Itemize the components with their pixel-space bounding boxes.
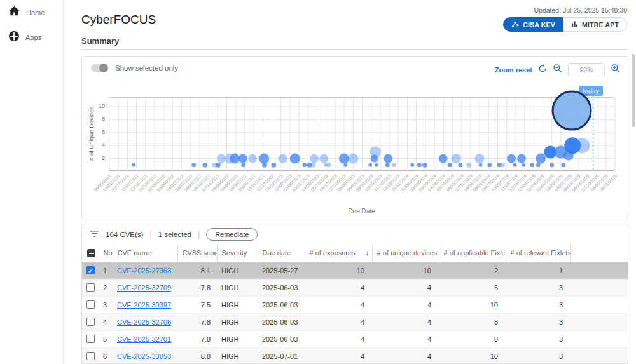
bubble[interactable]: [238, 154, 247, 163]
cve-link[interactable]: CVE-2025-32706: [117, 318, 171, 326]
bubble[interactable]: [458, 163, 462, 167]
bubble[interactable]: [530, 163, 534, 167]
bubble[interactable]: [348, 154, 358, 164]
select-all-checkbox[interactable]: [87, 249, 95, 257]
bubble[interactable]: [230, 154, 240, 164]
mitre-apt-button[interactable]: MITRE APT: [563, 17, 627, 32]
table-row[interactable]: 2CVE-2025-327097.8HIGH2025-06-034463: [82, 279, 628, 296]
bubble[interactable]: [507, 154, 516, 163]
bubble[interactable]: [343, 163, 347, 167]
col-header-applicable-fixlets[interactable]: # of applicable Fixlets: [439, 245, 506, 262]
bubble[interactable]: [561, 163, 565, 167]
table-header-row: No. CVE name CVSS score Severity Due dat…: [82, 245, 628, 262]
bubble[interactable]: [417, 163, 422, 167]
bubble[interactable]: [262, 163, 267, 168]
bubble[interactable]: [132, 163, 135, 167]
bubble[interactable]: [319, 154, 328, 163]
sidebar-item-apps[interactable]: Apps: [0, 25, 63, 50]
bubble[interactable]: [259, 154, 269, 164]
bubble[interactable]: [487, 163, 492, 167]
bubble[interactable]: [202, 163, 207, 168]
bubble[interactable]: [339, 154, 349, 164]
bubble[interactable]: [452, 154, 461, 163]
bubble[interactable]: [302, 163, 307, 167]
refresh-icon[interactable]: [538, 64, 547, 76]
bubble[interactable]: [513, 163, 517, 167]
zoom-percent-input[interactable]: [568, 63, 605, 76]
row-checkbox[interactable]: [86, 318, 95, 326]
bubble[interactable]: [410, 163, 414, 167]
col-header-cve-name[interactable]: CVE name: [113, 245, 177, 262]
bubble[interactable]: [466, 163, 471, 168]
bubble-chart-plot[interactable]: [109, 97, 614, 171]
table-cell: [570, 313, 628, 330]
bubble[interactable]: [241, 163, 245, 167]
col-header-due-date[interactable]: Due date: [258, 245, 305, 262]
bubble[interactable]: [479, 163, 483, 167]
table-row[interactable]: ✓1CVE-2025-273638.1HIGH2025-05-27101021: [82, 262, 628, 279]
bubble[interactable]: [501, 163, 505, 167]
bubble[interactable]: [375, 163, 378, 167]
bubble[interactable]: [536, 154, 546, 164]
bubble[interactable]: [422, 163, 427, 168]
bubble[interactable]: [517, 154, 526, 163]
table-row[interactable]: 3CVE-2025-303977.5HIGH2025-06-0344103: [82, 296, 628, 313]
col-header-unique-devices[interactable]: # of unique devices: [372, 245, 439, 262]
bubble[interactable]: [384, 154, 392, 163]
row-checkbox[interactable]: ✓: [86, 266, 95, 274]
scrollbar[interactable]: [632, 54, 635, 127]
cve-link[interactable]: CVE-2025-32701: [117, 335, 171, 343]
bubble[interactable]: [310, 163, 315, 168]
col-header-severity[interactable]: Severity: [217, 245, 258, 262]
filter-icon[interactable]: [90, 229, 99, 240]
show-selected-toggle[interactable]: [91, 64, 107, 72]
bubble[interactable]: [217, 154, 226, 163]
bubble[interactable]: [448, 163, 452, 167]
row-checkbox[interactable]: [86, 352, 95, 360]
home-icon: [9, 6, 20, 18]
bubble[interactable]: [574, 138, 590, 153]
bubble[interactable]: [248, 154, 257, 163]
cve-link[interactable]: CVE-2025-30397: [117, 301, 171, 309]
bubble[interactable]: [392, 163, 396, 167]
bubble[interactable]: [327, 163, 331, 167]
cve-link[interactable]: CVE-2025-27363: [117, 267, 171, 274]
y-tick-label: 2: [90, 155, 105, 161]
bubble[interactable]: [271, 163, 276, 168]
cve-link[interactable]: CVE-2025-33053: [117, 353, 171, 360]
zoom-in-icon[interactable]: [611, 64, 620, 76]
bubble[interactable]: [474, 154, 484, 163]
bubble[interactable]: [550, 163, 554, 167]
col-header-exposures[interactable]: # of exposures↓: [305, 245, 372, 262]
bubble[interactable]: [310, 154, 319, 163]
table-cell: 1: [506, 262, 570, 279]
bubble[interactable]: [522, 163, 525, 167]
row-checkbox[interactable]: [86, 300, 95, 309]
zoom-out-icon[interactable]: [553, 64, 562, 76]
bubble[interactable]: [279, 154, 287, 163]
zoom-reset-button[interactable]: Zoom reset: [495, 66, 532, 74]
bubble[interactable]: [439, 154, 448, 163]
y-tick-label: 6: [90, 129, 105, 135]
bubble[interactable]: [368, 163, 372, 167]
table-row[interactable]: 5CVE-2025-327017.8HIGH2025-06-034483: [82, 330, 628, 347]
col-header-no[interactable]: No.: [99, 245, 113, 262]
row-checkbox[interactable]: [86, 335, 95, 343]
cve-link[interactable]: CVE-2025-32709: [117, 284, 171, 292]
bubble[interactable]: [385, 163, 390, 167]
col-header-relevant-fixlets[interactable]: # of relevant Fixlets: [506, 245, 570, 262]
table-row[interactable]: 6CVE-2025-330538.8HIGH2025-07-0144103: [82, 347, 628, 364]
col-header-cvss-score[interactable]: CVSS score: [177, 245, 217, 262]
table-cell: 4: [305, 279, 372, 296]
row-checkbox[interactable]: [86, 283, 95, 292]
remediate-button[interactable]: Remediate: [206, 228, 258, 241]
cisa-kev-button[interactable]: CISA KEV: [503, 17, 563, 32]
table-row[interactable]: 4CVE-2025-327067.8HIGH2025-06-034483: [82, 313, 628, 330]
bubble[interactable]: [191, 163, 196, 167]
bubble[interactable]: [216, 163, 221, 168]
bubble[interactable]: [370, 146, 381, 158]
bubble[interactable]: [290, 154, 300, 164]
sort-desc-icon[interactable]: ↓: [366, 248, 370, 257]
selected-bubble[interactable]: [553, 91, 591, 130]
sidebar-item-home[interactable]: Home: [0, 0, 63, 25]
